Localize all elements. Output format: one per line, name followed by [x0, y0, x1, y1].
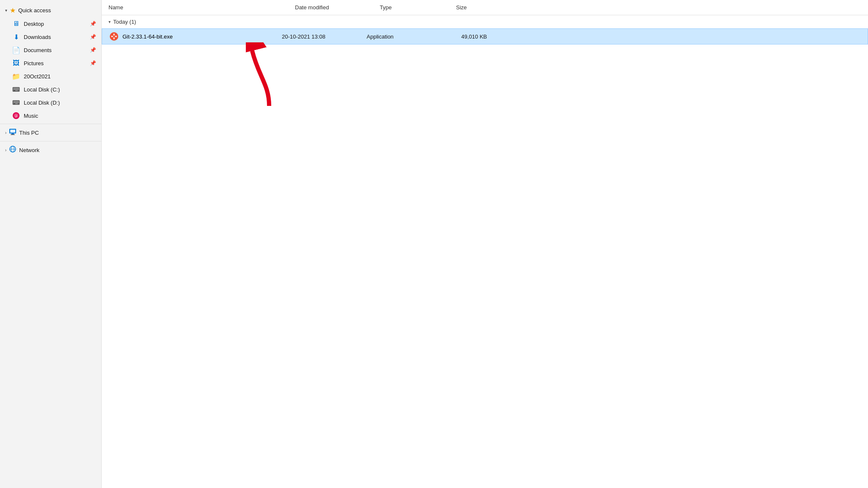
- pin-icon: 📌: [89, 33, 96, 40]
- network-label: Network: [19, 147, 39, 153]
- group-label: Today (1): [113, 19, 136, 25]
- file-type: Application: [367, 33, 443, 40]
- sidebar-item-label: Pictures: [24, 60, 86, 67]
- pin-icon: 📌: [89, 20, 96, 27]
- this-pc-label: This PC: [19, 130, 39, 136]
- svg-point-23: [111, 36, 113, 37]
- sidebar: ▾ ★ Quick access 🖥 Desktop 📌 ⬇ Downloads…: [0, 0, 102, 488]
- col-header-type[interactable]: Type: [380, 4, 456, 11]
- sidebar-item-local-c[interactable]: Local Disk (C:): [7, 83, 100, 96]
- network-icon: [9, 145, 17, 155]
- desktop-icon: 🖥: [12, 19, 20, 28]
- file-list: ▾ Today (1) Git-2.33.: [102, 15, 868, 488]
- svg-point-7: [18, 103, 19, 104]
- svg-point-21: [115, 36, 117, 37]
- drive-icon: [12, 98, 20, 107]
- sidebar-item-music[interactable]: ♪ Music: [7, 109, 100, 122]
- star-icon: ★: [10, 6, 16, 14]
- pin-icon: 📌: [89, 60, 96, 67]
- svg-point-19: [113, 36, 115, 38]
- col-header-size[interactable]: Size: [456, 4, 507, 11]
- svg-point-20: [113, 33, 115, 35]
- quick-access-items: 🖥 Desktop 📌 ⬇ Downloads 📌 📄 Documents 📌 …: [0, 17, 101, 122]
- sidebar-item-20oct2021[interactable]: 📁 20Oct2021: [7, 70, 100, 83]
- this-pc-header[interactable]: › This PC: [2, 126, 100, 139]
- quick-access-header[interactable]: ▾ ★ Quick access: [2, 4, 100, 17]
- download-icon: ⬇: [12, 33, 20, 41]
- file-date: 20-10-2021 13:08: [282, 33, 367, 40]
- chevron-right-icon: ›: [5, 130, 6, 135]
- svg-rect-13: [11, 133, 14, 134]
- quick-access-label: Quick access: [18, 7, 51, 14]
- divider: [0, 124, 101, 124]
- chevron-down-icon: ▾: [5, 8, 7, 13]
- sidebar-item-label: Documents: [24, 47, 86, 53]
- svg-rect-2: [14, 90, 15, 91]
- folder-icon: 📁: [12, 72, 20, 80]
- table-row[interactable]: Git-2.33.1-64-bit.exe 20-10-2021 13:08 A…: [102, 28, 868, 44]
- svg-rect-6: [14, 103, 15, 104]
- file-name: Git-2.33.1-64-bit.exe: [122, 33, 173, 40]
- svg-text:♪: ♪: [15, 114, 17, 118]
- sidebar-item-documents[interactable]: 📄 Documents 📌: [7, 44, 100, 56]
- sidebar-item-label: Downloads: [24, 34, 86, 40]
- col-header-date[interactable]: Date modified: [295, 4, 380, 11]
- sidebar-item-label: Desktop: [24, 21, 86, 27]
- music-icon: ♪: [12, 111, 20, 120]
- git-exe-icon: [109, 31, 119, 42]
- sidebar-item-downloads[interactable]: ⬇ Downloads 📌: [7, 30, 100, 43]
- column-headers: Name Date modified Type Size: [102, 0, 868, 15]
- chevron-right-icon: ›: [5, 148, 6, 152]
- svg-rect-14: [11, 134, 15, 135]
- sidebar-item-label: Music: [24, 113, 96, 119]
- computer-icon: [9, 128, 17, 137]
- svg-point-3: [18, 90, 19, 91]
- network-header[interactable]: › Network: [2, 143, 100, 157]
- sidebar-item-local-d[interactable]: Local Disk (D:): [7, 96, 100, 109]
- group-header-today[interactable]: ▾ Today (1): [102, 15, 868, 28]
- file-size: 49,010 KB: [443, 33, 494, 40]
- quick-access-section: ▾ ★ Quick access 🖥 Desktop 📌 ⬇ Downloads…: [0, 4, 101, 122]
- pin-icon: 📌: [89, 47, 96, 53]
- main-content: Name Date modified Type Size ▾ Today (1): [102, 0, 868, 488]
- chevron-down-icon: ▾: [108, 19, 111, 24]
- sidebar-item-label: Local Disk (D:): [24, 100, 96, 106]
- sidebar-item-label: Local Disk (C:): [24, 86, 96, 93]
- svg-point-22: [113, 38, 115, 39]
- pictures-icon: 🖼: [12, 59, 20, 67]
- sidebar-item-pictures[interactable]: 🖼 Pictures 📌: [7, 57, 100, 69]
- sidebar-item-label: 20Oct2021: [24, 73, 96, 80]
- drive-icon: [12, 85, 20, 94]
- file-name-cell: Git-2.33.1-64-bit.exe: [109, 31, 282, 42]
- svg-rect-12: [10, 130, 15, 133]
- col-header-name[interactable]: Name: [108, 4, 295, 11]
- sidebar-item-desktop[interactable]: 🖥 Desktop 📌: [7, 17, 100, 30]
- divider: [0, 141, 101, 141]
- documents-icon: 📄: [12, 46, 20, 54]
